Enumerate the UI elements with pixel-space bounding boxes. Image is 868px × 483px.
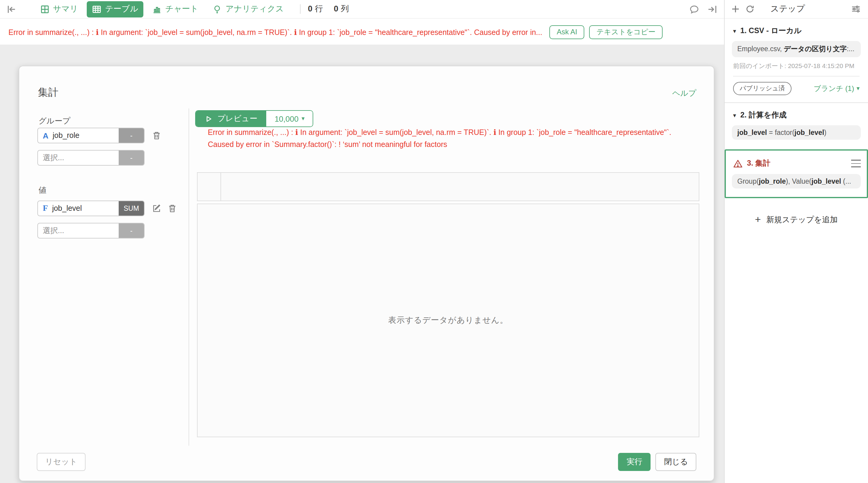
- step-3-header[interactable]: 3. 集計: [733, 158, 861, 169]
- plus-icon: +: [755, 214, 761, 226]
- character-type-icon: A: [43, 131, 49, 140]
- trash-icon[interactable]: [151, 130, 162, 141]
- toolbar-divider: [300, 4, 301, 14]
- reset-button[interactable]: リセット: [37, 453, 86, 471]
- lightbulb-icon: [213, 4, 222, 13]
- step-1-csv-local: ▾ 1. CSV - ローカル Employee.csv, データの区切り文字:…: [725, 19, 868, 102]
- collapse-left-icon[interactable]: [4, 2, 18, 16]
- copy-text-button[interactable]: テキストをコピー: [589, 25, 662, 39]
- table-grid-icon: [92, 4, 101, 13]
- preview-error-message: Error in summarize(., ...) : ℹ In argume…: [208, 126, 675, 151]
- tab-analytics[interactable]: アナリティクス: [208, 1, 289, 17]
- tab-table[interactable]: テーブル: [87, 1, 144, 17]
- sidebar-title: ステップ: [770, 4, 805, 14]
- select-placeholder: 選択...: [43, 153, 64, 163]
- ask-ai-button[interactable]: Ask AI: [549, 25, 584, 39]
- tab-label: チャート: [165, 4, 198, 14]
- close-button[interactable]: 閉じる: [656, 453, 696, 471]
- step-1-summary-pill[interactable]: Employee.csv, データの区切り文字:...: [732, 41, 861, 57]
- group-section-label: グループ: [38, 116, 70, 126]
- step-3-title: 3. 集計: [747, 158, 770, 169]
- tab-chart[interactable]: チャート: [147, 1, 204, 17]
- preview-table-header: [197, 172, 699, 201]
- global-error-bar: Error in summarize(., ...) : ℹ In argume…: [0, 19, 724, 44]
- value-field-row: F job_level SUM: [37, 200, 178, 216]
- step-1-title: 1. CSV - ローカル: [740, 26, 801, 36]
- value-field-row-empty: 選択... -: [37, 223, 145, 238]
- column-count: 0列: [334, 4, 349, 14]
- published-badge[interactable]: パブリッシュ済: [733, 82, 792, 95]
- sliders-icon[interactable]: [849, 2, 863, 16]
- value-agg-button[interactable]: SUM: [119, 201, 144, 216]
- value-column-select[interactable]: F job_level SUM: [37, 200, 145, 216]
- refresh-icon[interactable]: [743, 2, 757, 16]
- play-icon: [205, 115, 213, 123]
- preview-button[interactable]: プレビュー: [196, 111, 266, 126]
- tab-label: アナリティクス: [225, 4, 284, 14]
- preview-limit-dropdown[interactable]: 10,000 ▾: [266, 111, 313, 126]
- value-column-name: job_level: [52, 204, 82, 213]
- step-menu-icon[interactable]: [851, 160, 861, 167]
- caret-down-icon: ▾: [733, 112, 736, 118]
- preview-controls: プレビュー 10,000 ▾: [195, 110, 313, 127]
- caret-down-icon: ▾: [733, 28, 736, 34]
- step-1-header[interactable]: ▾ 1. CSV - ローカル: [733, 26, 861, 36]
- tab-summary[interactable]: サマリ: [35, 1, 84, 17]
- row-number-header-cell: [197, 173, 221, 200]
- step-3-summary-pill[interactable]: Group(job_role), Value(job_level (...: [732, 174, 861, 189]
- value-column-select-empty[interactable]: 選択... -: [37, 223, 145, 238]
- add-step-icon[interactable]: [728, 2, 743, 16]
- comment-icon[interactable]: [687, 2, 701, 16]
- bar-chart-icon: [153, 4, 162, 13]
- tab-label: サマリ: [53, 4, 78, 14]
- collapse-right-icon[interactable]: [705, 2, 719, 16]
- add-new-step-button[interactable]: + 新規ステップを追加: [725, 214, 868, 226]
- value-section-label: 値: [38, 185, 46, 196]
- group-agg-button[interactable]: -: [119, 128, 144, 143]
- step-3-aggregate-selected[interactable]: 3. 集計 Group(job_role), Value(job_level (…: [725, 149, 868, 198]
- step-2-title: 2. 計算を作成: [740, 110, 786, 121]
- select-placeholder: 選択...: [43, 226, 64, 236]
- last-import-note: 前回のインポート: 2025-07-18 4:15:20 PM: [733, 62, 860, 70]
- value-agg-button-disabled: -: [119, 223, 144, 238]
- warning-icon: [733, 159, 743, 168]
- step-2-header[interactable]: ▾ 2. 計算を作成: [733, 110, 861, 121]
- group-column-select-empty[interactable]: 選択... -: [37, 150, 145, 166]
- row-count: 0行: [308, 4, 323, 14]
- group-field-row-empty: 選択... -: [37, 150, 145, 166]
- dialog-title: 集計: [38, 86, 58, 99]
- edit-icon[interactable]: [151, 203, 162, 214]
- group-column-name: job_role: [53, 131, 80, 140]
- step-2-summary-pill[interactable]: job_level = factor(job_level): [732, 125, 861, 140]
- run-button[interactable]: 実行: [618, 453, 651, 471]
- branch-dropdown[interactable]: ブランチ (1) ▾: [814, 84, 860, 94]
- group-field-row: A job_role -: [37, 128, 162, 143]
- app-window: サマリ テーブル チャート: [0, 0, 868, 483]
- group-column-select[interactable]: A job_role -: [37, 128, 145, 143]
- aggregate-dialog: 集計 ヘルプ グループ A job_role - 選択..: [19, 66, 714, 481]
- trash-icon[interactable]: [167, 203, 178, 214]
- top-toolbar: サマリ テーブル チャート: [0, 0, 724, 19]
- preview-table-body: 表示するデータがありません。: [197, 203, 699, 437]
- empty-data-message: 表示するデータがありません。: [388, 315, 508, 326]
- caret-down-icon: ▾: [857, 86, 860, 92]
- steps-sidebar: ステップ ▾ 1. CSV - ローカル Employee.csv, データの区…: [724, 0, 868, 483]
- group-agg-button-disabled: -: [119, 151, 144, 165]
- summary-grid-icon: [40, 4, 50, 13]
- publish-row: パブリッシュ済 ブランチ (1) ▾: [733, 82, 860, 95]
- tab-label: テーブル: [105, 4, 138, 14]
- step-2-create-calculation: ▾ 2. 計算を作成 job_level = factor(job_level): [725, 103, 868, 146]
- view-tabs: サマリ テーブル チャート: [35, 1, 289, 17]
- error-message: Error in summarize(., ...) : ℹ In argume…: [8, 27, 542, 36]
- step-1-divider: [733, 76, 860, 76]
- panel-divider: [189, 108, 189, 446]
- caret-down-icon: ▾: [302, 116, 305, 122]
- steps-header: ステップ: [725, 0, 868, 19]
- help-link[interactable]: ヘルプ: [672, 88, 696, 99]
- factor-type-icon: F: [43, 203, 48, 213]
- toolbar-right-icons: [687, 2, 719, 16]
